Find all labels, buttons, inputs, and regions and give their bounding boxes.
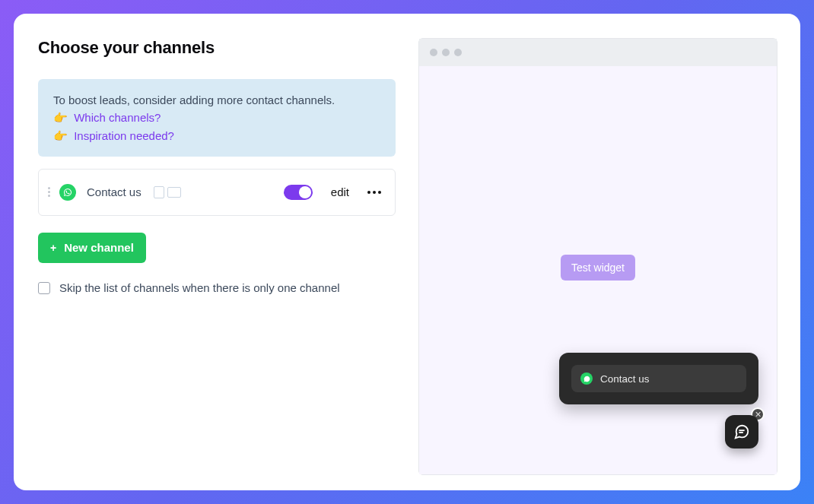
channels-config-pane: Choose your channels To boost leads, con… [38, 38, 396, 475]
chat-channel-item[interactable]: Contact us [571, 365, 746, 392]
channel-more-menu-icon[interactable] [367, 191, 381, 194]
chat-bubble-icon [733, 423, 750, 440]
drag-handle-icon[interactable] [48, 187, 50, 197]
new-channel-button-label: New channel [64, 241, 134, 254]
device-visibility-icons [154, 186, 181, 198]
desktop-icon [167, 187, 181, 198]
preview-pane: Test widget Contact us ✕ [418, 38, 777, 475]
settings-card: Choose your channels To boost leads, con… [14, 14, 800, 490]
plus-icon: + [50, 242, 56, 254]
tip-link-row-1: 👉 Which channels? [53, 109, 380, 126]
skip-option-row: Skip the list of channels when there is … [38, 281, 396, 294]
mobile-icon [154, 186, 164, 198]
chat-channel-label: Contact us [600, 373, 650, 385]
which-channels-link[interactable]: Which channels? [74, 111, 161, 124]
new-channel-button[interactable]: + New channel [38, 233, 146, 263]
channel-enabled-toggle[interactable] [284, 185, 313, 200]
skip-checkbox[interactable] [38, 282, 50, 294]
test-widget-button[interactable]: Test widget [561, 255, 635, 281]
channel-label: Contact us [87, 185, 141, 198]
whatsapp-icon [59, 184, 76, 201]
inspiration-link[interactable]: Inspiration needed? [74, 129, 174, 142]
pointing-right-emoji: 👉 [53, 111, 68, 124]
chat-channels-popup: Contact us [559, 353, 758, 404]
tips-info-box: To boost leads, consider adding more con… [38, 79, 396, 157]
chat-launcher-button[interactable] [725, 415, 758, 449]
browser-chrome-bar [419, 39, 777, 66]
tip-lead-text: To boost leads, consider adding more con… [53, 91, 380, 109]
whatsapp-icon [580, 372, 593, 385]
window-dot-icon [442, 49, 450, 56]
window-dot-icon [454, 49, 462, 56]
skip-label: Skip the list of channels when there is … [59, 281, 340, 294]
pointing-right-emoji: 👉 [53, 129, 68, 142]
preview-viewport: Test widget Contact us ✕ [419, 66, 777, 474]
page-title: Choose your channels [38, 38, 396, 58]
browser-preview-frame: Test widget Contact us ✕ [418, 38, 777, 475]
window-dot-icon [430, 49, 437, 56]
tip-link-row-2: 👉 Inspiration needed? [53, 127, 380, 144]
channel-row: Contact us edit [38, 169, 396, 216]
edit-channel-link[interactable]: edit [331, 185, 349, 198]
